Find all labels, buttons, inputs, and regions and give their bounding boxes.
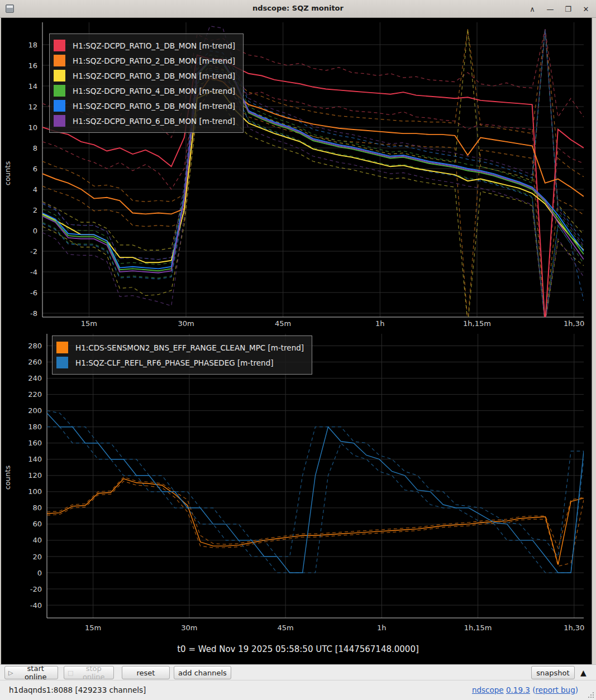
- legend-item: H1:CDS-SENSMON2_BNS_EFF_RANGE_CLEAN_MPC …: [56, 340, 304, 355]
- y-tick-label: 260: [28, 358, 42, 366]
- x-tick-label: 1h,30: [564, 624, 584, 632]
- server-status-text: h1daqnds1:8088 [429233 channels]: [9, 685, 146, 694]
- y-tick-label: 2: [33, 206, 37, 214]
- x-tick-label: 45m: [277, 624, 293, 632]
- legend-item: H1:SQZ-DCPD_RATIO_1_DB_MON [m-trend]: [54, 38, 235, 53]
- x-tick-label: 15m: [85, 624, 101, 632]
- y-tick-label: 180: [28, 423, 42, 431]
- x-tick-label: 30m: [178, 319, 194, 328]
- top-plot-ylabel: counts: [3, 161, 12, 185]
- snapshot-button[interactable]: snapshot: [531, 666, 575, 679]
- x-tick-label: 1h: [375, 319, 385, 328]
- legend-label: H1:SQZ-DCPD_RATIO_3_DB_MON [m-trend]: [73, 71, 235, 80]
- legend-label: H1:SQZ-DCPD_RATIO_5_DB_MON [m-trend]: [73, 102, 235, 111]
- toolbar: ▷ start online □ stop online reset add c…: [0, 664, 596, 680]
- ndscope-link[interactable]: ndscope: [472, 685, 504, 694]
- x-tick-label: 1h,15m: [464, 624, 492, 632]
- y-tick-label: -6: [30, 289, 37, 297]
- legend-label: H1:SQZ-DCPD_RATIO_4_DB_MON [m-trend]: [73, 87, 235, 95]
- legend-item: H1:SQZ-DCPD_RATIO_5_DB_MON [m-trend]: [54, 98, 235, 113]
- x-tick-label: 1h: [377, 624, 387, 632]
- y-tick-label: -40: [30, 601, 42, 610]
- y-tick-label: 200: [28, 406, 42, 415]
- legend-swatch-orange: [56, 342, 68, 353]
- legend-swatch-yellow: [54, 70, 65, 81]
- y-tick-label: 160: [28, 439, 42, 447]
- x-tick-label: 1h,15m: [463, 319, 491, 328]
- legend-label: H1:SQZ-DCPD_RATIO_2_DB_MON [m-trend]: [73, 56, 235, 65]
- top-plot-legend: H1:SQZ-DCPD_RATIO_1_DB_MON [m-trend] H1:…: [49, 33, 244, 133]
- stop-online-button[interactable]: □ stop online: [64, 666, 114, 679]
- status-bar: h1daqnds1:8088 [429233 channels] ndscope…: [0, 680, 596, 700]
- y-tick-label: 40: [32, 536, 42, 544]
- about-links: ndscope 0.19.3 (report bug): [472, 685, 578, 694]
- t0-timestamp-label: t0 = Wed Nov 19 2025 05:58:50 UTC [14475…: [0, 644, 596, 654]
- legend-item: H1:SQZ-DCPD_RATIO_2_DB_MON [m-trend]: [54, 53, 235, 68]
- y-tick-label: 240: [28, 374, 42, 382]
- legend-swatch-purple: [54, 115, 65, 127]
- legend-item: H1:SQZ-CLF_REFL_RF6_PHASE_PHASEDEG [m-tr…: [56, 355, 304, 370]
- legend-item: H1:SQZ-DCPD_RATIO_6_DB_MON [m-trend]: [54, 113, 235, 128]
- bottom-plot[interactable]: [47, 334, 584, 618]
- y-tick-label: 8: [33, 144, 37, 152]
- y-tick-label: 4: [33, 185, 37, 194]
- start-online-button[interactable]: ▷ start online: [4, 666, 58, 679]
- legend-label: H1:SQZ-DCPD_RATIO_1_DB_MON [m-trend]: [73, 41, 235, 50]
- legend-swatch-red: [54, 40, 65, 51]
- y-tick-label: 0: [33, 227, 37, 235]
- legend-swatch-green: [54, 85, 65, 97]
- y-tick-label: 220: [28, 390, 42, 399]
- y-tick-label: 10: [28, 123, 37, 132]
- y-tick-label: 18: [28, 41, 37, 49]
- x-tick-label: 45m: [275, 319, 291, 328]
- x-tick-label: 1h,30: [564, 319, 584, 328]
- y-tick-label: -8: [30, 309, 37, 318]
- legend-label: H1:SQZ-DCPD_RATIO_6_DB_MON [m-trend]: [73, 117, 235, 126]
- legend-swatch-orange: [54, 55, 65, 66]
- y-tick-label: 80: [32, 504, 42, 512]
- report-bug-link[interactable]: report bug: [536, 685, 575, 694]
- y-tick-label: 20: [32, 553, 42, 561]
- legend-label: H1:SQZ-CLF_REFL_RF6_PHASE_PHASEDEG [m-tr…: [75, 358, 273, 367]
- y-tick-label: 100: [28, 487, 42, 496]
- y-tick-label: -2: [30, 247, 37, 256]
- bottom-plot-legend: H1:CDS-SENSMON2_BNS_EFF_RANGE_CLEAN_MPC …: [52, 335, 312, 375]
- y-tick-label: 280: [28, 342, 42, 350]
- bottom-plot-ylabel: counts: [3, 466, 12, 490]
- y-tick-label: 60: [32, 520, 42, 528]
- y-tick-label: 6: [33, 165, 37, 173]
- legend-swatch-blue: [54, 100, 65, 112]
- x-tick-label: 30m: [181, 624, 197, 632]
- add-channels-button[interactable]: add channels: [174, 666, 231, 679]
- y-tick-label: 120: [28, 471, 42, 480]
- y-tick-label: -20: [30, 585, 42, 593]
- y-tick-label: 16: [28, 61, 37, 70]
- expand-panel-arrow-icon[interactable]: ▲: [580, 669, 587, 677]
- legend-item: H1:SQZ-DCPD_RATIO_3_DB_MON [m-trend]: [54, 68, 235, 83]
- legend-swatch-blue: [56, 357, 68, 368]
- y-tick-label: 140: [28, 455, 42, 463]
- legend-label: H1:CDS-SENSMON2_BNS_EFF_RANGE_CLEAN_MPC …: [75, 343, 304, 352]
- version-link[interactable]: 0.19.3: [506, 685, 530, 694]
- play-icon: ▷: [8, 669, 13, 677]
- y-tick-label: -4: [30, 268, 37, 276]
- y-tick-label: 12: [28, 103, 37, 111]
- y-tick-label: 0: [37, 569, 42, 577]
- legend-item: H1:SQZ-DCPD_RATIO_4_DB_MON [m-trend]: [54, 83, 235, 98]
- resize-grip[interactable]: [588, 692, 594, 698]
- y-tick-label: 14: [28, 82, 37, 90]
- stop-icon: □: [68, 669, 73, 677]
- reset-button[interactable]: reset: [122, 666, 170, 679]
- x-tick-label: 15m: [81, 319, 97, 328]
